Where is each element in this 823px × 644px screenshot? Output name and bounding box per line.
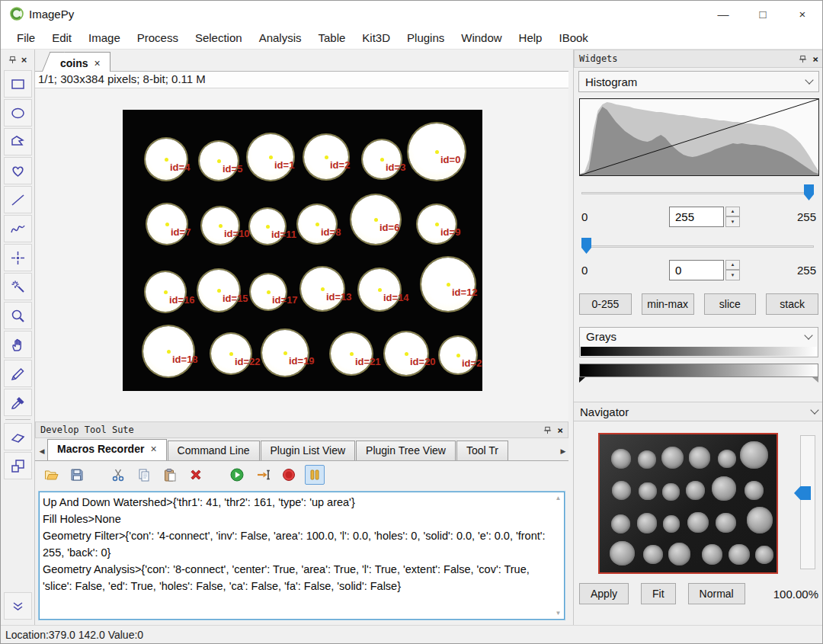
tab-macros-recorder[interactable]: Macros Recorder× [47,439,167,460]
cut-button[interactable] [108,465,128,485]
run-button[interactable] [227,465,247,485]
scroll-down-icon[interactable]: ▼ [556,610,562,617]
menu-selection[interactable]: Selection [187,28,251,47]
pause-button[interactable] [305,465,325,485]
coin-centroid-dot [167,350,171,354]
curve-roi-button[interactable] [4,215,32,242]
tab-command-line[interactable]: Command Line [168,441,260,460]
max-value-input[interactable] [669,207,724,227]
menu-analysis[interactable]: Analysis [251,28,310,47]
range-button-min-max[interactable]: min-max [642,293,694,315]
spin-up-icon[interactable]: ▲ [725,207,740,217]
range-button-slice[interactable]: slice [704,293,757,315]
menu-kit3d[interactable]: Kit3D [354,28,399,47]
minimize-button[interactable]: — [703,1,743,27]
lut-gradient-bar[interactable] [579,364,818,377]
rectangle-select-button[interactable] [4,70,32,98]
menu-file[interactable]: File [8,28,43,47]
range-button-0-255[interactable]: 0-255 [579,293,632,315]
dock-close-icon[interactable]: × [557,425,563,436]
lut-combobox[interactable]: Grays [579,327,818,357]
tab-label: Plugin List View [271,444,346,460]
menu-plugins[interactable]: Plugins [399,28,453,47]
tab-coins[interactable]: coins × [52,52,110,72]
close-button[interactable]: × [783,1,822,27]
dock-close-icon[interactable]: × [21,54,27,66]
color-picker-button[interactable] [4,389,32,416]
gradient-right-marker[interactable] [812,377,818,383]
coin-id-label: id=10 [224,228,250,239]
tab-plugin-tree-view[interactable]: Plugin Tree View [356,441,456,460]
macro-scrollbar[interactable]: ▲▼ [553,493,563,618]
max-slider-thumb[interactable] [804,184,814,200]
zoom-tool-button[interactable] [4,302,32,329]
widget-selector-combobox[interactable]: Histogram [578,71,819,92]
fit-button[interactable]: Fit [641,583,676,604]
max-spinner[interactable]: ▲▼ [725,207,740,227]
tab-tool-tr[interactable]: Tool Tr [456,441,508,460]
duplicate-window-button[interactable] [4,452,32,479]
max-level-slider[interactable] [581,184,814,202]
coin-centroid-dot [164,290,168,294]
normal-button[interactable]: Normal [688,583,745,604]
title-bar: ImagePy — □ × [1,1,822,27]
tab-scroll-left[interactable]: ◀ [37,442,47,460]
pencil-tool-button[interactable] [4,360,32,387]
eraser-tool-button[interactable] [4,423,32,450]
menu-ibook[interactable]: IBook [550,28,596,47]
save-button[interactable] [67,465,87,485]
menu-process[interactable]: Process [129,28,187,47]
navigator-thumbnail[interactable] [598,433,778,574]
ellipse-select-button[interactable] [4,99,32,127]
menu-image[interactable]: Image [80,28,129,47]
eraser-tool-icon [9,428,27,446]
pin-icon[interactable] [799,55,807,63]
range-button-stack[interactable]: stack [766,293,818,315]
spin-down-icon[interactable]: ▼ [725,216,740,227]
navigator-header[interactable]: Navigator [574,402,823,421]
gradient-left-marker[interactable] [579,377,585,383]
min-value-input[interactable] [669,260,724,280]
line-roi-button[interactable] [4,186,32,213]
hand-pan-button[interactable] [4,331,32,358]
spin-up-icon[interactable]: ▲ [725,260,740,271]
menu-table[interactable]: Table [310,28,354,47]
tab-plugin-list-view[interactable]: Plugin List View [261,441,356,460]
step-into-button[interactable] [253,465,273,485]
maximize-button[interactable]: □ [743,1,783,27]
pin-icon[interactable] [543,426,552,434]
coin-centroid-dot [229,352,233,356]
min-slider-thumb[interactable] [581,238,591,254]
tab-close-icon[interactable]: × [94,57,101,69]
coin-id-label: id=23 [462,357,482,369]
more-tools-button[interactable] [4,592,32,620]
polygon-select-button[interactable] [4,128,32,155]
spin-down-icon[interactable]: ▼ [725,270,740,280]
point-roi-button[interactable] [4,244,32,271]
coin-id-label: id=12 [452,287,478,298]
freehand-select-button[interactable] [4,157,32,184]
tab-scroll-right[interactable]: ▶ [558,442,568,460]
macro-text[interactable]: Up And Down Watershed>{'thr1': 41, 'thr2… [43,494,552,617]
develop-tab-bar: ◀ Macros Recorder×Command LinePlugin Lis… [35,438,568,461]
min-spinner[interactable]: ▲▼ [725,260,740,280]
coins-binary-image[interactable]: id=4id=5id=1id=2id=3id=0id=7id=10id=11id… [123,110,482,391]
paste-button[interactable] [160,465,180,485]
min-level-slider[interactable] [581,237,814,255]
navigator-zoom-slider[interactable] [800,435,815,569]
scroll-up-icon[interactable]: ▲ [556,495,562,501]
pin-icon[interactable] [8,56,17,64]
dock-close-icon[interactable]: × [812,53,818,65]
menu-edit[interactable]: Edit [43,28,80,47]
copy-button[interactable] [134,465,154,485]
apply-button[interactable]: Apply [579,583,629,604]
image-canvas[interactable]: id=4id=5id=1id=2id=3id=0id=7id=10id=11id… [35,88,568,421]
magic-wand-button[interactable] [4,273,32,300]
delete-button[interactable] [186,465,206,485]
navigator-slider-thumb[interactable] [794,486,811,500]
menu-window[interactable]: Window [453,28,510,47]
record-button[interactable] [279,465,299,485]
menu-help[interactable]: Help [511,28,551,47]
tab-close-icon[interactable]: × [150,443,156,460]
open-button[interactable] [41,465,61,485]
